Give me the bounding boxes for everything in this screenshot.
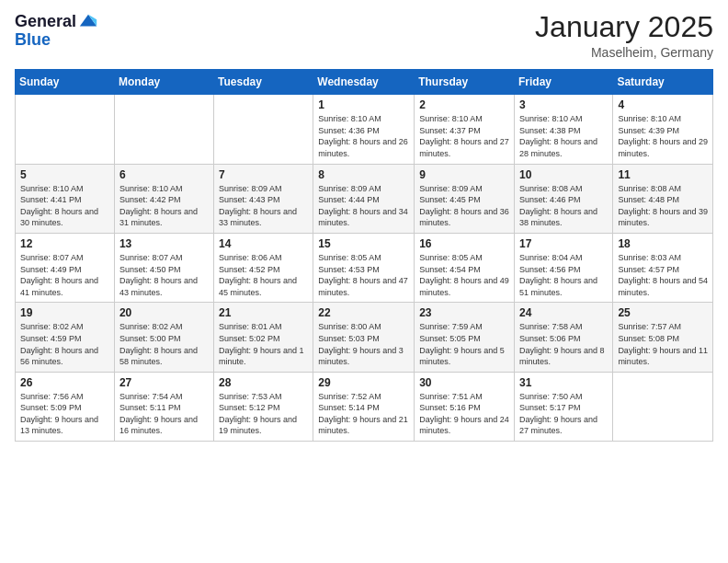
calendar-week-row: 26Sunrise: 7:56 AM Sunset: 5:09 PM Dayli…	[16, 372, 713, 441]
logo: General Blue	[15, 11, 98, 48]
day-number: 29	[318, 376, 409, 389]
day-number: 9	[419, 168, 509, 181]
table-row: 1Sunrise: 8:10 AM Sunset: 4:36 PM Daylig…	[313, 95, 415, 164]
day-info: Sunrise: 7:57 AM Sunset: 5:08 PM Dayligh…	[618, 321, 708, 367]
day-number: 26	[20, 376, 109, 389]
table-row: 24Sunrise: 7:58 AM Sunset: 5:06 PM Dayli…	[514, 303, 612, 372]
table-row: 9Sunrise: 8:09 AM Sunset: 4:45 PM Daylig…	[415, 164, 515, 233]
calendar-week-row: 19Sunrise: 8:02 AM Sunset: 4:59 PM Dayli…	[16, 303, 713, 372]
day-info: Sunrise: 8:09 AM Sunset: 4:45 PM Dayligh…	[419, 183, 509, 229]
day-number: 8	[318, 168, 409, 181]
table-row: 6Sunrise: 8:10 AM Sunset: 4:42 PM Daylig…	[114, 164, 213, 233]
title-area: January 2025 Maselheim, Germany	[535, 11, 713, 60]
header-monday: Monday	[114, 70, 213, 95]
location: Maselheim, Germany	[535, 45, 713, 60]
table-row: 13Sunrise: 8:07 AM Sunset: 4:50 PM Dayli…	[114, 233, 213, 302]
calendar-table: Sunday Monday Tuesday Wednesday Thursday…	[15, 69, 713, 442]
table-row: 25Sunrise: 7:57 AM Sunset: 5:08 PM Dayli…	[613, 303, 713, 372]
day-info: Sunrise: 8:08 AM Sunset: 4:48 PM Dayligh…	[618, 183, 708, 229]
table-row: 4Sunrise: 8:10 AM Sunset: 4:39 PM Daylig…	[613, 95, 713, 164]
day-info: Sunrise: 7:51 AM Sunset: 5:16 PM Dayligh…	[419, 391, 509, 437]
day-number: 25	[618, 306, 708, 319]
header-tuesday: Tuesday	[214, 70, 313, 95]
day-info: Sunrise: 7:58 AM Sunset: 5:06 PM Dayligh…	[519, 321, 608, 367]
day-info: Sunrise: 7:59 AM Sunset: 5:05 PM Dayligh…	[419, 321, 509, 367]
logo-text: General Blue	[15, 11, 98, 48]
day-info: Sunrise: 7:52 AM Sunset: 5:14 PM Dayligh…	[318, 391, 409, 437]
table-row: 12Sunrise: 8:07 AM Sunset: 4:49 PM Dayli…	[16, 233, 115, 302]
table-row	[613, 372, 713, 441]
day-info: Sunrise: 8:10 AM Sunset: 4:42 PM Dayligh…	[119, 183, 209, 229]
day-number: 1	[318, 98, 409, 111]
day-number: 10	[519, 168, 608, 181]
calendar-week-row: 12Sunrise: 8:07 AM Sunset: 4:49 PM Dayli…	[16, 233, 713, 302]
table-row: 10Sunrise: 8:08 AM Sunset: 4:46 PM Dayli…	[514, 164, 612, 233]
day-number: 22	[318, 306, 409, 319]
day-number: 2	[419, 98, 509, 111]
table-row: 5Sunrise: 8:10 AM Sunset: 4:41 PM Daylig…	[16, 164, 115, 233]
day-info: Sunrise: 8:03 AM Sunset: 4:57 PM Dayligh…	[618, 252, 708, 298]
calendar-week-row: 5Sunrise: 8:10 AM Sunset: 4:41 PM Daylig…	[16, 164, 713, 233]
day-number: 13	[119, 237, 209, 250]
table-row: 23Sunrise: 7:59 AM Sunset: 5:05 PM Dayli…	[415, 303, 515, 372]
day-info: Sunrise: 8:01 AM Sunset: 5:02 PM Dayligh…	[219, 321, 308, 367]
header-thursday: Thursday	[415, 70, 515, 95]
header-saturday: Saturday	[613, 70, 713, 95]
day-info: Sunrise: 8:02 AM Sunset: 4:59 PM Dayligh…	[20, 321, 109, 367]
month-title: January 2025	[535, 11, 713, 43]
day-info: Sunrise: 7:54 AM Sunset: 5:11 PM Dayligh…	[119, 391, 209, 437]
day-info: Sunrise: 8:10 AM Sunset: 4:38 PM Dayligh…	[519, 113, 608, 159]
table-row: 16Sunrise: 8:05 AM Sunset: 4:54 PM Dayli…	[415, 233, 515, 302]
table-row: 15Sunrise: 8:05 AM Sunset: 4:53 PM Dayli…	[313, 233, 415, 302]
day-number: 18	[618, 237, 708, 250]
table-row: 27Sunrise: 7:54 AM Sunset: 5:11 PM Dayli…	[114, 372, 213, 441]
day-info: Sunrise: 8:00 AM Sunset: 5:03 PM Dayligh…	[318, 321, 409, 367]
day-number: 31	[519, 376, 608, 389]
logo-blue: Blue	[15, 31, 98, 48]
day-info: Sunrise: 8:09 AM Sunset: 4:44 PM Dayligh…	[318, 183, 409, 229]
table-row: 7Sunrise: 8:09 AM Sunset: 4:43 PM Daylig…	[214, 164, 313, 233]
table-row: 14Sunrise: 8:06 AM Sunset: 4:52 PM Dayli…	[214, 233, 313, 302]
table-row: 8Sunrise: 8:09 AM Sunset: 4:44 PM Daylig…	[313, 164, 415, 233]
day-number: 7	[219, 168, 308, 181]
table-row: 3Sunrise: 8:10 AM Sunset: 4:38 PM Daylig…	[514, 95, 612, 164]
day-number: 15	[318, 237, 409, 250]
day-info: Sunrise: 7:53 AM Sunset: 5:12 PM Dayligh…	[219, 391, 308, 437]
table-row: 26Sunrise: 7:56 AM Sunset: 5:09 PM Dayli…	[16, 372, 115, 441]
logo-icon	[78, 11, 98, 31]
table-row: 18Sunrise: 8:03 AM Sunset: 4:57 PM Dayli…	[613, 233, 713, 302]
day-info: Sunrise: 8:10 AM Sunset: 4:41 PM Dayligh…	[20, 183, 109, 229]
day-info: Sunrise: 8:05 AM Sunset: 4:53 PM Dayligh…	[318, 252, 409, 298]
table-row: 29Sunrise: 7:52 AM Sunset: 5:14 PM Dayli…	[313, 372, 415, 441]
table-row: 22Sunrise: 8:00 AM Sunset: 5:03 PM Dayli…	[313, 303, 415, 372]
day-info: Sunrise: 8:05 AM Sunset: 4:54 PM Dayligh…	[419, 252, 509, 298]
day-info: Sunrise: 8:10 AM Sunset: 4:36 PM Dayligh…	[318, 113, 409, 159]
day-number: 21	[219, 306, 308, 319]
day-number: 20	[119, 306, 209, 319]
table-row: 11Sunrise: 8:08 AM Sunset: 4:48 PM Dayli…	[613, 164, 713, 233]
day-info: Sunrise: 8:07 AM Sunset: 4:50 PM Dayligh…	[119, 252, 209, 298]
table-row	[16, 95, 115, 164]
table-row	[214, 95, 313, 164]
table-row: 20Sunrise: 8:02 AM Sunset: 5:00 PM Dayli…	[114, 303, 213, 372]
day-info: Sunrise: 8:10 AM Sunset: 4:37 PM Dayligh…	[419, 113, 509, 159]
day-number: 17	[519, 237, 608, 250]
table-row: 31Sunrise: 7:50 AM Sunset: 5:17 PM Dayli…	[514, 372, 612, 441]
table-row: 28Sunrise: 7:53 AM Sunset: 5:12 PM Dayli…	[214, 372, 313, 441]
day-number: 16	[419, 237, 509, 250]
table-row: 21Sunrise: 8:01 AM Sunset: 5:02 PM Dayli…	[214, 303, 313, 372]
day-number: 28	[219, 376, 308, 389]
page: General Blue January 2025 Maselheim, Ger…	[0, 0, 728, 563]
day-number: 3	[519, 98, 608, 111]
day-info: Sunrise: 8:08 AM Sunset: 4:46 PM Dayligh…	[519, 183, 608, 229]
header: General Blue January 2025 Maselheim, Ger…	[15, 11, 713, 60]
day-info: Sunrise: 8:10 AM Sunset: 4:39 PM Dayligh…	[618, 113, 708, 159]
day-number: 4	[618, 98, 708, 111]
day-number: 11	[618, 168, 708, 181]
day-number: 23	[419, 306, 509, 319]
day-info: Sunrise: 7:56 AM Sunset: 5:09 PM Dayligh…	[20, 391, 109, 437]
table-row: 17Sunrise: 8:04 AM Sunset: 4:56 PM Dayli…	[514, 233, 612, 302]
day-info: Sunrise: 8:07 AM Sunset: 4:49 PM Dayligh…	[20, 252, 109, 298]
day-number: 19	[20, 306, 109, 319]
day-number: 27	[119, 376, 209, 389]
